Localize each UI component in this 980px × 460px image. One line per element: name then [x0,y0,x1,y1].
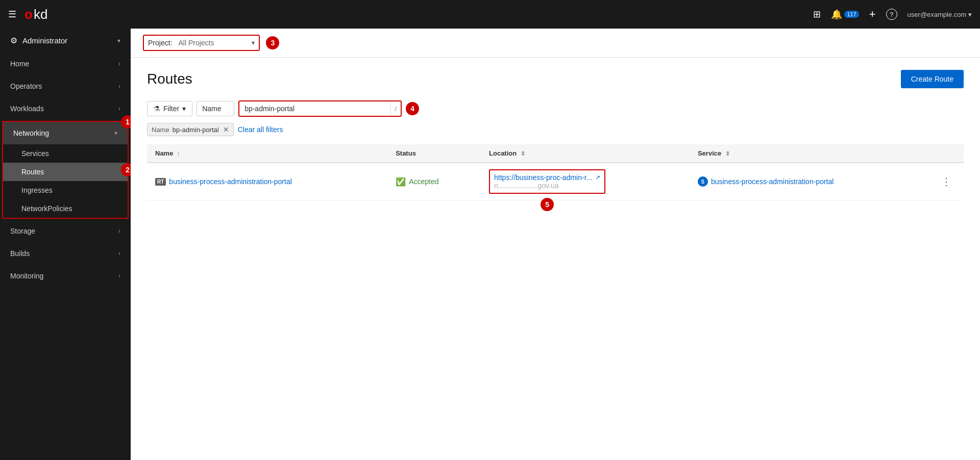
status-accepted: ✅ Accepted [396,177,473,187]
filter-chip: Name bp-admin-portal ✕ [147,123,234,136]
filter-chip-value: bp-admin-portal [173,126,219,134]
route-service-cell: S business-process-administration-portal [690,163,929,200]
filter-label: Filter [163,105,179,113]
service-sort-icon: ⇕ [725,150,730,157]
page-title: Routes [147,71,192,87]
annotation-5: 5 [541,198,554,211]
location-text-line2: n....................gov.ua [494,182,559,190]
location-text-line1: https://business-proc-admin-r... [494,173,592,182]
routes-table: Name ↑ Status Location ⇕ Service ⇕ [147,144,964,200]
column-location[interactable]: Location ⇕ [481,144,690,163]
project-label: Project: [144,36,176,50]
workloads-chevron-icon: › [118,105,120,112]
service-link[interactable]: business-process-administration-portal [711,177,834,186]
role-label: Administrator [22,36,67,45]
grid-icon: ⊞ [813,9,821,20]
sidebar-item-storage[interactable]: Storage › [0,220,131,242]
annotation-3: 3 [266,36,279,49]
location-wrapper: https://business-proc-admin-r... ↗ n....… [489,169,605,194]
route-name-link[interactable]: RT business-process-administration-porta… [155,177,379,186]
networking-label: Networking [13,129,49,137]
hamburger-menu-icon[interactable]: ☰ [8,9,16,20]
filter-button[interactable]: ⚗ Filter ▾ [147,101,192,116]
create-route-button[interactable]: Create Route [901,70,964,88]
external-link-icon: ↗ [595,174,600,181]
column-status: Status [387,144,481,163]
workloads-label: Workloads [10,105,44,113]
column-actions [929,144,964,163]
sidebar-item-operators[interactable]: Operators › [0,75,131,97]
annotation-2: 2 [121,163,131,176]
column-service[interactable]: Service ⇕ [690,144,929,163]
role-selector[interactable]: ⚙ Administrator ▾ [0,29,131,53]
column-name[interactable]: Name ↑ [147,144,387,163]
sidebar-item-services[interactable]: Services [3,144,128,163]
filter-chip-remove-button[interactable]: ✕ [223,125,229,134]
project-bar: Project: All Projects ▾ 3 [131,29,980,58]
actions-menu-button[interactable]: ⋮ [937,174,955,189]
sidebar-item-ingresses[interactable]: Ingresses [3,181,128,199]
storage-chevron-icon: › [118,227,120,235]
annotation-4: 4 [406,102,419,115]
column-status-label: Status [396,149,416,157]
content-area: Project: All Projects ▾ 3 Routes Create … [131,29,980,460]
column-name-label: Name [155,149,173,157]
column-location-label: Location [489,149,517,157]
sidebar-item-workloads[interactable]: Workloads › [0,97,131,120]
grid-icon-button[interactable]: ⊞ [813,9,821,20]
ingresses-label: Ingresses [21,186,53,194]
filter-input-wrapper: / [238,100,402,117]
home-label: Home [10,60,29,68]
page-header: Routes Create Route [147,70,964,88]
project-dropdown-icon: ▾ [248,39,259,46]
operators-label: Operators [10,82,42,90]
notification-badge: 117 [844,11,859,18]
builds-chevron-icon: › [118,250,120,257]
sidebar-item-builds[interactable]: Builds › [0,242,131,265]
project-select-wrapper[interactable]: Project: All Projects ▾ [143,35,260,51]
sidebar-item-networking[interactable]: Networking ▾ [3,122,128,144]
table-header-row: Name ↑ Status Location ⇕ Service ⇕ [147,144,964,163]
route-actions-cell: ⋮ [929,163,964,200]
routes-label: Routes [21,168,44,176]
rt-badge: RT [155,178,166,186]
name-sort-icon: ↑ [177,150,180,157]
sidebar: ⚙ Administrator ▾ Home › Operators › Wor… [0,29,131,460]
home-chevron-icon: › [118,60,120,67]
sidebar-item-home[interactable]: Home › [0,53,131,75]
question-icon: ? [886,9,897,20]
filter-type-select[interactable]: Name [197,101,234,116]
filter-bar: ⚗ Filter ▾ Name / 4 [147,100,964,117]
user-menu[interactable]: user@example.com ▾ [908,11,972,18]
networking-chevron-icon: ▾ [114,130,117,137]
logo-o: o [24,7,33,22]
filter-chip-label: Name [152,126,169,134]
project-select[interactable]: All Projects [176,36,248,50]
bell-icon: 🔔 [831,9,842,20]
filter-input[interactable] [239,101,390,116]
logo-kd: kd [34,7,47,22]
cog-icon: ⚙ [10,36,17,45]
sidebar-item-networkpolicies[interactable]: NetworkPolicies [3,199,128,218]
location-line1: https://business-proc-admin-r... ↗ [494,173,600,182]
filter-icon: ⚗ [154,105,160,113]
clear-filters-button[interactable]: Clear all filters [238,125,283,134]
add-button[interactable]: + [869,8,876,21]
sidebar-item-routes[interactable]: Routes 2 [3,163,128,181]
sidebar-item-monitoring[interactable]: Monitoring › [0,265,131,287]
route-name-cell: RT business-process-administration-porta… [147,163,387,200]
user-label: user@example.com ▾ [908,11,972,18]
location-link[interactable]: https://business-proc-admin-r... ↗ [494,173,600,182]
check-circle-icon: ✅ [396,177,406,187]
okd-logo: okd [24,7,47,22]
storage-label: Storage [10,227,35,235]
service-cell: S business-process-administration-portal [698,176,921,187]
route-name: business-process-administration-portal [169,177,291,186]
help-button[interactable]: ? [886,9,897,20]
page-content: Routes Create Route ⚗ Filter ▾ Name / 4 [131,58,980,460]
column-service-label: Service [698,149,721,157]
notifications-button[interactable]: 🔔 117 [831,9,859,20]
filter-slash-icon: / [390,103,401,115]
top-navigation: ☰ okd ⊞ 🔔 117 + ? user@example.com ▾ [0,0,980,29]
active-filters: Name bp-admin-portal ✕ Clear all filters [147,123,964,136]
